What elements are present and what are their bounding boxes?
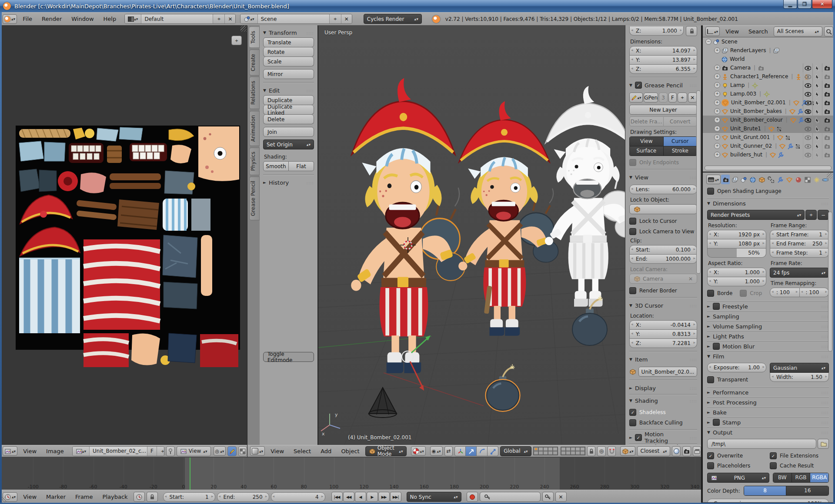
- timeline-menu-frame[interactable]: Frame: [71, 494, 97, 500]
- tab-particles[interactable]: [812, 175, 821, 184]
- tab-scene[interactable]: [739, 175, 748, 184]
- renderability-camera-icon[interactable]: [822, 90, 832, 98]
- properties-editor-type-button[interactable]: ▲▼: [706, 175, 721, 184]
- jump-to-start-button[interactable]: |◀◀: [331, 492, 343, 502]
- render-presets-select[interactable]: Render Presets▲▼: [707, 210, 805, 220]
- viewport-3d[interactable]: y x User Persp (4) Unit_Bomber_02.001: [318, 25, 625, 445]
- duplicate-linked-button[interactable]: Duplicate Linked: [263, 105, 314, 115]
- timeline-start-field[interactable]: ◂Start:1▸: [163, 492, 215, 502]
- motion-tracking-checkbox[interactable]: ✓: [635, 434, 642, 441]
- local-camera-field[interactable]: Camera✕: [629, 274, 697, 284]
- tab-relations[interactable]: Relations: [249, 76, 260, 109]
- use-preview-range-toggle[interactable]: [134, 492, 145, 502]
- panel-motion-tracking[interactable]: ►✓Motion Tracking::::: [629, 433, 697, 442]
- preset-remove-button[interactable]: −: [818, 210, 829, 220]
- opengl-render-button[interactable]: [682, 446, 691, 456]
- visibility-eye-icon[interactable]: [803, 124, 812, 133]
- tab-render[interactable]: [721, 175, 730, 184]
- timeline-menu-marker[interactable]: Marker: [42, 494, 70, 500]
- resolution-percent-slider[interactable]: 50%: [707, 249, 766, 258]
- scene-selector[interactable]: ▲▼ Scene ＋ ✕: [240, 14, 352, 24]
- view-menu[interactable]: View: [267, 448, 288, 454]
- visibility-eye-icon[interactable]: [803, 116, 812, 124]
- selectability-arrow-icon[interactable]: [812, 72, 822, 81]
- motion-blur-checkbox[interactable]: [713, 343, 720, 350]
- pivot-point-select[interactable]: ◉▲▼: [430, 446, 443, 456]
- uv-menu-view[interactable]: View: [19, 448, 40, 454]
- layout-delete-button[interactable]: ✕: [224, 14, 235, 23]
- depth-8-button[interactable]: 8: [744, 486, 786, 495]
- remap-new-field[interactable]: ◂: 100▸: [800, 288, 829, 297]
- visibility-eye-icon[interactable]: [803, 63, 812, 72]
- image-name[interactable]: Unit_Bomber_02_c...: [89, 447, 147, 456]
- operator-redo-toggle-editmode[interactable]: Toggle Editmode: [263, 352, 314, 362]
- expand-icon[interactable]: +: [714, 126, 720, 132]
- tab-world[interactable]: [748, 175, 757, 184]
- start-frame-field[interactable]: ◂Start Frame:1▸: [770, 230, 829, 239]
- visibility-eye-icon[interactable]: [803, 150, 812, 159]
- expand-icon[interactable]: +: [714, 117, 720, 123]
- outliner-row-unit-bomber-colour[interactable]: +Unit_Bomber_colour|: [703, 116, 833, 124]
- scene-add-button[interactable]: ＋: [329, 14, 341, 23]
- n-panel-scrollbar[interactable]: [696, 90, 701, 274]
- outliner-row-builders-hut[interactable]: +builders_hut|: [703, 150, 833, 159]
- outliner-row-unit-bomber-02-001[interactable]: +Unit_Bomber_02.001|: [703, 98, 833, 107]
- filter-width-field[interactable]: ◂Width:1.50▸: [770, 373, 829, 382]
- snap-toggle[interactable]: [608, 446, 616, 456]
- gpencil-datablock-button[interactable]: ▲▼: [629, 93, 643, 103]
- outliner-view-menu[interactable]: View: [721, 28, 743, 35]
- renderability-camera-icon[interactable]: [822, 72, 832, 81]
- prev-keyframe-button[interactable]: ◀◀: [343, 492, 354, 502]
- uv-display-mode-select[interactable]: View▲▼: [177, 446, 211, 456]
- timeline-ruler[interactable]: -100-80-60-40-20020406080100120140160180…: [0, 457, 701, 490]
- panel-performance[interactable]: ►Performance::::: [707, 388, 829, 397]
- placeholders-checkbox[interactable]: [707, 462, 714, 469]
- uv-menu-image[interactable]: Image: [42, 448, 68, 454]
- lock-to-scene-toggle[interactable]: [587, 446, 596, 456]
- lock-to-object-field[interactable]: [629, 204, 697, 214]
- gpencil-mode-view[interactable]: View: [630, 137, 663, 146]
- add-menu[interactable]: Add: [317, 448, 335, 454]
- selectability-arrow-icon[interactable]: [812, 124, 822, 133]
- gpencil-mode-surface[interactable]: Surface: [630, 146, 663, 156]
- lock-time-toggle[interactable]: [147, 492, 158, 502]
- close-button[interactable]: ✕: [812, 0, 832, 9]
- region-corner-grip[interactable]: [827, 173, 833, 179]
- layers-widget[interactable]: [533, 447, 585, 455]
- viewport-editor-type-button[interactable]: ▲▼: [250, 446, 265, 456]
- renderability-camera-icon[interactable]: [822, 63, 832, 72]
- renderability-camera-icon[interactable]: [822, 133, 832, 142]
- tab-material[interactable]: [794, 175, 802, 184]
- shadeless-checkbox[interactable]: ✓: [629, 409, 636, 416]
- renderability-camera-icon[interactable]: [822, 150, 832, 159]
- record-button[interactable]: [467, 492, 478, 502]
- delete-keyframe-button[interactable]: ✕: [555, 492, 567, 502]
- panel-volume-sampling[interactable]: ►Volume Sampling::::: [707, 322, 829, 331]
- aspect-y-field[interactable]: ◂Y:1.000▸: [707, 277, 766, 286]
- timeline-end-field[interactable]: ◂End:250▸: [217, 492, 269, 502]
- expand-icon[interactable]: +: [714, 143, 720, 149]
- play-reverse-button[interactable]: ◀: [355, 492, 366, 502]
- current-frame-field[interactable]: ◂4▸: [271, 492, 325, 502]
- border-checkbox[interactable]: [707, 290, 714, 297]
- panel-view[interactable]: ▼View::::: [629, 172, 697, 182]
- cache-result-checkbox[interactable]: [770, 462, 777, 469]
- visibility-eye-icon[interactable]: [803, 133, 812, 142]
- layout-add-button[interactable]: ＋: [213, 14, 224, 23]
- select-menu[interactable]: Select: [290, 448, 315, 454]
- cursor-y-field[interactable]: ◂Y:0.8313▸: [629, 330, 697, 339]
- panel-bake[interactable]: ►Bake::::: [707, 408, 829, 417]
- screen-layout-selector[interactable]: ▲▼ Default ＋ ✕: [124, 14, 236, 24]
- crop-checkbox[interactable]: [740, 290, 747, 297]
- outliner-search-menu[interactable]: Search: [745, 28, 772, 35]
- expand-icon[interactable]: +: [714, 99, 720, 106]
- delete-button[interactable]: Delete: [263, 115, 314, 124]
- panel-item[interactable]: ▼Item::::: [629, 355, 697, 364]
- snap-peel-button[interactable]: [672, 446, 681, 456]
- manipulator-scale-button[interactable]: [488, 446, 498, 456]
- end-frame-field[interactable]: ◂End Frame:250▸: [770, 239, 829, 249]
- visibility-eye-icon[interactable]: [803, 142, 812, 150]
- compression-slider[interactable]: ◂Compression:100%▸: [707, 499, 829, 502]
- window-titlebar[interactable]: Blender [c:\Workdir\MainDepot\Branches\P…: [0, 0, 835, 12]
- selectability-arrow-icon[interactable]: [812, 63, 822, 72]
